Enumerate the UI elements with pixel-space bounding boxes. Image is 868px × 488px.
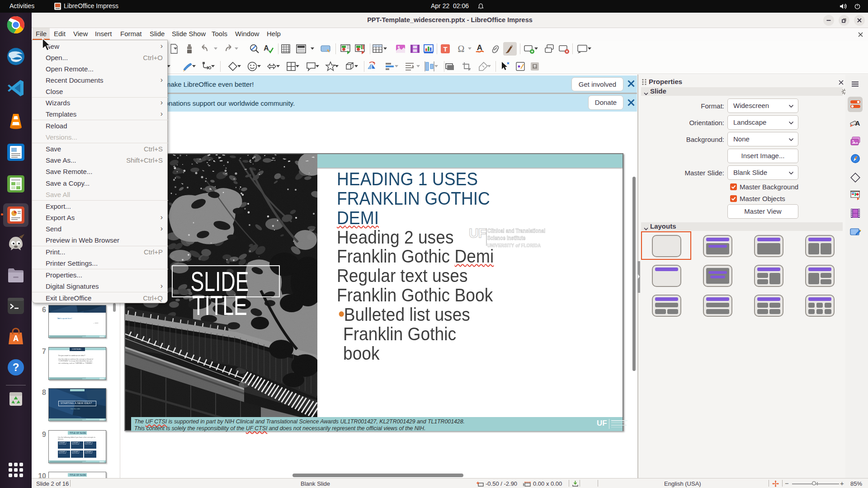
svg-text:Ω: Ω xyxy=(458,44,465,54)
svg-text:A: A xyxy=(855,119,860,127)
svg-text:?: ? xyxy=(13,361,19,373)
svg-text:T: T xyxy=(443,45,447,53)
svg-text:A: A xyxy=(264,44,269,52)
